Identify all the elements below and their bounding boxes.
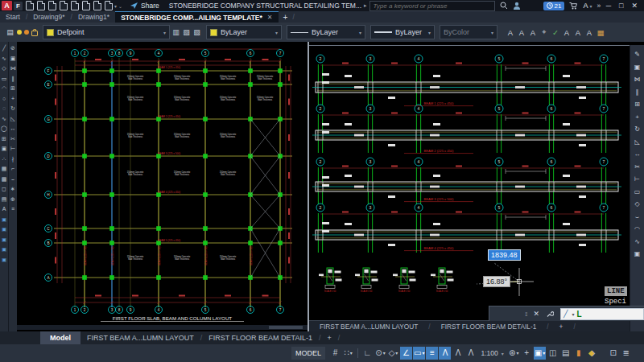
mirror-icon[interactable]: ⋈ [9,64,17,74]
app-menu-button[interactable]: F [14,2,23,10]
circle-icon[interactable]: ○ [0,94,8,105]
group-icon[interactable]: ▣ [630,248,644,261]
erase-icon[interactable]: ⊘ [9,43,17,54]
dock-close-icon[interactable]: ✕ [533,310,539,318]
polygon-icon[interactable]: ◇ [630,198,644,211]
edit-icon[interactable]: ✎ [630,48,644,61]
model-space-button[interactable]: MODEL [291,347,325,360]
object-snap-tracking-icon[interactable]: ∠ [400,347,412,360]
rectangle-icon[interactable]: ▭ [0,74,8,84]
snap-mode-icon[interactable]: ∷▾ [342,347,354,360]
command-input-field[interactable]: ╱ ▾ L [560,308,644,320]
customize-icon[interactable]: ≣ [620,347,632,360]
lineweight-display-icon[interactable]: ≡ [426,347,438,360]
fillet-icon[interactable]: ⌣ [9,175,17,185]
rotate-icon[interactable]: ↻ [9,104,17,114]
search-input[interactable] [369,1,495,11]
maximize-button[interactable]: □ [619,2,623,10]
beam-detail-floating-window[interactable]: 234567BEAM 1 (225 x 450)234567BEAM 2 (22… [309,42,644,331]
previous-layer-icon[interactable]: ▨ [192,28,201,36]
search-icon[interactable] [500,2,508,10]
hatch-icon[interactable]: ▦ [0,164,8,175]
text-align-icon[interactable]: A [562,28,572,37]
new-layout-button[interactable]: + [553,323,570,331]
fillet-icon[interactable]: ⌣ [630,211,644,224]
close-button[interactable]: ✕ [631,2,638,10]
make-current-layer-icon[interactable]: ▥ [171,28,180,36]
find-text-icon[interactable]: ⌖ [539,27,549,37]
isometric-drafting-icon[interactable]: ◇▾ [387,347,399,360]
plan-viewport[interactable]: 112233889944556677FEGDHCBA150mm Concrete… [17,42,308,331]
chamfer-icon[interactable]: ⌐ [9,164,17,175]
rotate-icon[interactable]: ↻ [630,123,644,136]
tab-start[interactable]: Start [0,11,26,23]
single-line-text-icon[interactable]: A [517,28,526,37]
chevron-down-icon[interactable]: ▾ [572,311,574,317]
trim-icon[interactable]: ✂ [630,161,644,174]
mirror-icon[interactable]: ⋈ [630,73,644,86]
undo-icon[interactable] [82,1,90,10]
break-icon[interactable]: ∤ [9,154,17,165]
batch-plot-icon[interactable] [105,1,113,10]
extend-icon[interactable]: ⊢ [630,173,644,186]
explode-icon[interactable]: ∗ [9,184,17,195]
polygon-icon[interactable]: ◇ [0,64,8,74]
ortho-mode-icon[interactable]: ∟ [361,347,374,360]
store-cart-icon[interactable] [569,2,578,10]
annotation-monitor-icon[interactable]: + [521,347,533,360]
annotation-autoscale-icon[interactable]: Λ [452,347,464,360]
horizontal-scrollbar[interactable] [17,325,308,330]
grid-display-icon[interactable]: # [329,347,341,360]
hardware-acceleration-icon[interactable]: ▣▾ [534,347,546,360]
command-line-dock[interactable]: ⁞⁞ ✕ ╱ ▾ L [489,306,644,321]
copy-icon[interactable]: ▣ [630,61,644,74]
spline-icon[interactable]: ∿ [0,114,8,125]
polar-tracking-icon[interactable]: ⊙▾ [374,347,386,360]
arc-icon[interactable]: ◠ [0,84,8,94]
share-button[interactable]: Share [130,2,159,10]
layer-isolate-icon[interactable]: ▣ [0,224,8,235]
layout-tab-beam-detail[interactable]: FIRST FLOOR BEAM DETAIL-1 [435,323,543,331]
move-icon[interactable]: + [9,94,17,105]
save-as-icon[interactable] [60,1,68,10]
arc-icon[interactable]: ◠ [630,223,644,236]
offset-icon[interactable]: ∥ [630,86,644,99]
tab-stonebridge-active[interactable]: STONEBRIDGE COMP...AILING TEMPLATE* ✕ [115,11,278,23]
dynamic-input-distance-field[interactable]: 1839.48 [488,249,521,261]
annotation-scale-value[interactable]: 1:100▾ [477,349,506,357]
trim-icon[interactable]: ✂ [9,134,17,145]
overflow-chevrons-icon[interactable]: » [597,2,601,10]
offset-icon[interactable]: ∥ [9,74,17,84]
text-frame-icon[interactable]: A [584,28,594,37]
layer-properties-icon[interactable]: ▤ [6,28,14,36]
layer-thaw-sun-icon[interactable] [24,30,29,35]
table-icon[interactable]: ▦ [596,28,605,37]
array-icon[interactable]: ⊞ [630,98,644,111]
open-drawing-icon[interactable] [37,1,45,10]
layer-freeze-icon[interactable]: ▣ [0,235,8,245]
layer-lock-icon[interactable]: ▣ [0,255,8,265]
dynamic-input-icon[interactable]: ▭▾ [413,347,425,360]
copy-icon[interactable]: ▣ [9,54,17,64]
layout-tab-beam-detail[interactable]: FIRST FLOOR BEAM DETAIL-1 [202,334,319,342]
table-icon[interactable]: ▤ [0,195,8,205]
rectangle-icon[interactable]: ▭ [630,186,644,199]
minimize-button[interactable]: ─ [606,2,611,10]
gradient-icon[interactable]: ▩ [0,175,8,185]
qat-customize-icon[interactable]: ⌄ [118,3,122,9]
layer-match-icon[interactable]: ▣ [0,215,8,225]
plot-icon[interactable]: ▤ [559,347,572,360]
scrollbar-thumb[interactable] [269,326,303,329]
layout-tab-beam-column[interactable]: FIRST BEAM A...LUMN LAYOUT [80,334,200,342]
ellipse-icon[interactable]: ◯ [0,124,8,134]
trial-countdown-badge[interactable]: 21 [543,2,565,10]
scale-icon[interactable]: ◺ [630,136,644,149]
clean-screen-icon[interactable]: ⊡ [607,347,619,360]
layer-unlock-icon[interactable] [31,31,38,36]
dynamic-input-angle-field[interactable]: 16.88° [483,276,510,287]
quick-properties-icon[interactable]: ◫ [547,347,559,360]
lineweight-dropdown[interactable]: ByLayer ▾ [370,25,435,39]
stretch-icon[interactable]: ↔ [9,124,17,134]
join-icon[interactable]: ⊕ [9,195,17,205]
insert-block-icon[interactable]: ⊞ [0,134,8,145]
